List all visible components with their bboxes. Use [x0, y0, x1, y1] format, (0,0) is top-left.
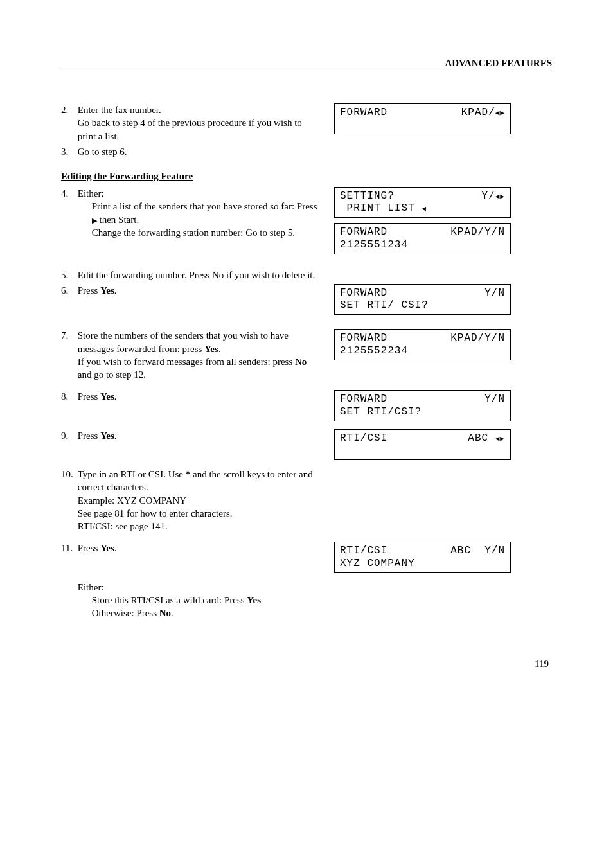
step-text: Type in an RTI or CSI. Use: [78, 469, 183, 479]
step-text: .: [114, 430, 117, 441]
lcd-display: FORWARD Y/N SET RTI/CSI?: [334, 390, 511, 421]
step-item: Print a list of the senders that you hav…: [92, 201, 317, 211]
step-text: .: [218, 344, 221, 354]
step-text: Either:: [78, 188, 104, 199]
arrow-left-icon: [422, 202, 427, 214]
key-label: Yes: [204, 344, 218, 354]
lcd-line: 2125551234: [340, 239, 408, 251]
lcd-line: SETTING?: [340, 190, 395, 202]
key-label: Yes: [100, 391, 114, 402]
lcd-line: FORWARD: [340, 332, 387, 344]
step-5: 5. Edit the forwarding number. Press No …: [61, 269, 324, 281]
step-2: 2. Enter the fax number. Go back to step…: [61, 103, 324, 143]
lcd-line: FORWARD: [340, 107, 387, 119]
step-text: No if you wish to delete it.: [212, 270, 315, 280]
page-number: 119: [61, 659, 552, 669]
step-8: 8. Press Yes.: [61, 390, 324, 403]
step-text: .: [114, 391, 117, 402]
arrow-lr-icon: [495, 107, 505, 118]
step-number: 7.: [61, 329, 75, 342]
step-text: Press: [78, 543, 98, 553]
step-text: Press: [78, 391, 98, 402]
key-label: No: [295, 357, 306, 367]
step-text: .: [114, 543, 117, 553]
lcd-line: FORWARD: [340, 393, 387, 405]
key-label: Yes: [100, 285, 114, 296]
key-label: *: [186, 469, 191, 479]
step-text: .: [171, 608, 173, 618]
step-text: Go to step 6.: [78, 145, 322, 158]
arrow-right-icon: [92, 215, 97, 225]
step-number: 8.: [61, 390, 75, 403]
step-text: See page 81 for how to enter characters.: [78, 508, 233, 518]
step-3: 3. Go to step 6.: [61, 145, 324, 158]
step-11: 11. Press Yes.: [61, 542, 324, 554]
section-title: Editing the Forwarding Feature: [61, 171, 552, 182]
step-9: 9. Press Yes.: [61, 429, 324, 442]
step-text: RTI/CSI: see page 141.: [78, 521, 168, 531]
key-label: Yes: [247, 595, 261, 605]
page-header: ADVANCED FEATURES: [61, 58, 552, 71]
arrow-lr-icon: [495, 190, 505, 202]
step-item: Store this RTI/CSI as a wild card: Press: [92, 595, 245, 605]
lcd-line: KPAD/Y/N: [450, 332, 505, 344]
lcd-display: FORWARD KPAD/Y/N 2125552234: [334, 329, 511, 360]
lcd-display: FORWARD Y/N SET RTI/ CSI?: [334, 284, 511, 315]
step-number: 11.: [61, 542, 75, 554]
lcd-line: RTI/CSI: [340, 545, 387, 557]
lcd-line: SET RTI/CSI?: [340, 406, 422, 418]
step-number: 6.: [61, 284, 75, 297]
step-number: 4.: [61, 187, 75, 200]
lcd-line: ABC: [468, 432, 505, 445]
step-text: Either:: [78, 582, 104, 592]
key-label: Yes: [100, 430, 114, 441]
lcd-line: FORWARD: [340, 226, 387, 238]
step-text: Edit the forwarding number. Press: [78, 270, 209, 280]
step-text: Example: XYZ COMPANY: [78, 495, 186, 506]
step-4: 4. Either: Print a list of the senders t…: [61, 187, 324, 239]
lcd-line: RTI/CSI: [340, 432, 387, 445]
lcd-display: FORWARD KPAD/Y/N 2125551234: [334, 223, 511, 254]
step-item: then Start.: [100, 215, 139, 225]
step-note: Go back to step 4 of the previous proced…: [78, 118, 302, 141]
step-text: .: [114, 285, 117, 296]
step-number: 2.: [61, 103, 75, 116]
lcd-line: PRINT LIST: [340, 202, 427, 215]
lcd-line: Y/N: [484, 287, 505, 299]
step-12: Either: Store this RTI/CSI as a wild car…: [61, 581, 324, 620]
step-number: 10.: [61, 468, 75, 481]
step-10: 10. Type in an RTI or CSI. Use * and the…: [61, 468, 324, 533]
key-label: Yes: [100, 543, 114, 553]
step-text: Enter the fax number.: [78, 105, 161, 115]
step-number: 3.: [61, 145, 75, 158]
lcd-display: FORWARD KPAD/: [334, 103, 511, 134]
step-text: If you wish to forward messages from all…: [78, 357, 293, 367]
step-text: and go to step 12.: [78, 369, 146, 380]
step-number: 5.: [61, 269, 75, 281]
lcd-display: RTI/CSI ABC: [334, 429, 511, 460]
lcd-line: XYZ COMPANY: [340, 558, 415, 570]
step-text: Store the numbers of the senders that yo…: [78, 330, 289, 353]
lcd-line: SET RTI/ CSI?: [340, 299, 429, 312]
lcd-line: FORWARD: [340, 287, 387, 299]
lcd-line: Y/N: [484, 393, 505, 405]
step-item: Change the forwarding station number: Go…: [92, 227, 295, 238]
lcd-display: SETTING? Y/ PRINT LIST: [334, 187, 511, 218]
lcd-line: Y/: [482, 190, 505, 202]
step-7: 7. Store the numbers of the senders that…: [61, 329, 324, 381]
step-6: 6. Press Yes.: [61, 284, 324, 297]
arrow-lr-icon: [495, 432, 505, 444]
lcd-display: RTI/CSI ABC Y/N XYZ COMPANY: [334, 542, 511, 572]
key-label: No: [159, 608, 171, 618]
lcd-line: 2125552234: [340, 345, 408, 357]
step-number: 9.: [61, 429, 75, 442]
lcd-line: KPAD/Y/N: [450, 226, 505, 238]
step-text: Press: [78, 285, 98, 296]
step-text: Press: [78, 430, 98, 441]
lcd-line: ABC Y/N: [450, 545, 505, 557]
step-item: Otherwise: Press: [92, 608, 157, 618]
lcd-line: KPAD/: [461, 107, 505, 119]
